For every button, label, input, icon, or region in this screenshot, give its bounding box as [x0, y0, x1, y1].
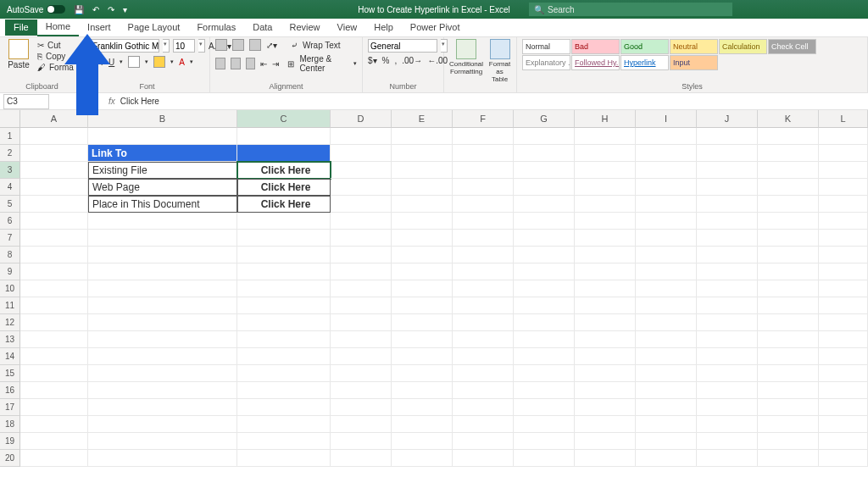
cell-B6[interactable]	[88, 213, 237, 230]
cell-J14[interactable]	[697, 348, 758, 365]
row-header-15[interactable]: 15	[0, 365, 20, 382]
cell-G5[interactable]	[514, 196, 575, 213]
cell-K10[interactable]	[758, 280, 819, 297]
cell-G17[interactable]	[514, 399, 575, 416]
cell-I16[interactable]	[636, 382, 697, 399]
cell-J12[interactable]	[697, 314, 758, 331]
row-header-14[interactable]: 14	[0, 348, 20, 365]
cell-F16[interactable]	[453, 382, 514, 399]
row-header-16[interactable]: 16	[0, 382, 20, 399]
cell-I15[interactable]	[636, 365, 697, 382]
cell-D12[interactable]	[331, 314, 392, 331]
orientation-icon[interactable]: ⤢▾	[266, 41, 277, 50]
cell-F18[interactable]	[453, 416, 514, 433]
cell-B15[interactable]	[88, 365, 237, 382]
cell-L6[interactable]	[819, 213, 868, 230]
cell-D15[interactable]	[331, 365, 392, 382]
col-header-C[interactable]: C	[237, 110, 331, 128]
cell-B2[interactable]: Link To	[88, 145, 237, 162]
cell-K3[interactable]	[758, 162, 819, 179]
cell-C16[interactable]	[237, 382, 331, 399]
style-followed-hy-[interactable]: Followed Hy...	[571, 55, 620, 70]
cell-D17[interactable]	[331, 399, 392, 416]
cell-L18[interactable]	[819, 416, 868, 433]
tab-view[interactable]: View	[329, 19, 366, 36]
row-header-6[interactable]: 6	[0, 213, 20, 230]
cell-H17[interactable]	[575, 399, 636, 416]
cell-I11[interactable]	[636, 297, 697, 314]
font-size-select[interactable]	[173, 39, 195, 53]
cell-A18[interactable]	[20, 416, 88, 433]
cell-G8[interactable]	[514, 247, 575, 263]
cell-A5[interactable]	[20, 196, 88, 213]
style-calculation[interactable]: Calculation	[719, 39, 767, 54]
cell-K5[interactable]	[758, 196, 819, 213]
cell-E20[interactable]	[392, 450, 453, 467]
cell-C4[interactable]: Click Here	[237, 179, 331, 196]
col-header-F[interactable]: F	[453, 110, 514, 128]
row-header-1[interactable]: 1	[0, 128, 20, 145]
cell-A1[interactable]	[20, 128, 88, 145]
wrap-text-button[interactable]: Wrap Text	[303, 41, 341, 50]
cell-C6[interactable]	[237, 213, 331, 230]
cell-C9[interactable]	[237, 263, 331, 280]
cell-F15[interactable]	[453, 365, 514, 382]
cell-L9[interactable]	[819, 263, 868, 280]
cell-C13[interactable]	[237, 331, 331, 348]
cell-I18[interactable]	[636, 416, 697, 433]
cell-D2[interactable]	[331, 145, 392, 162]
font-size-dropdown[interactable]	[198, 39, 205, 53]
cell-J20[interactable]	[697, 450, 758, 467]
cell-B8[interactable]	[88, 247, 237, 263]
cell-F7[interactable]	[453, 230, 514, 247]
tab-data[interactable]: Data	[244, 19, 281, 36]
cell-C2[interactable]	[237, 145, 331, 162]
cell-E9[interactable]	[392, 263, 453, 280]
cell-K2[interactable]	[758, 145, 819, 162]
col-header-I[interactable]: I	[636, 110, 697, 128]
number-format-select[interactable]	[368, 39, 437, 53]
cell-F4[interactable]	[453, 179, 514, 196]
row-header-3[interactable]: 3	[0, 162, 20, 179]
cell-J19[interactable]	[697, 433, 758, 450]
row-header-9[interactable]: 9	[0, 263, 20, 280]
paste-button[interactable]: Paste	[5, 39, 32, 69]
cell-E17[interactable]	[392, 399, 453, 416]
row-header-2[interactable]: 2	[0, 145, 20, 162]
cell-H1[interactable]	[575, 128, 636, 145]
cell-I8[interactable]	[636, 247, 697, 263]
cell-L20[interactable]	[819, 450, 868, 467]
increase-decimal-button[interactable]: .00→	[402, 56, 422, 65]
cell-I9[interactable]	[636, 263, 697, 280]
cell-F9[interactable]	[453, 263, 514, 280]
cell-G10[interactable]	[514, 280, 575, 297]
cell-D10[interactable]	[331, 280, 392, 297]
cell-B11[interactable]	[88, 297, 237, 314]
cell-E5[interactable]	[392, 196, 453, 213]
cell-C15[interactable]	[237, 365, 331, 382]
cell-I3[interactable]	[636, 162, 697, 179]
cell-J7[interactable]	[697, 230, 758, 247]
tab-help[interactable]: Help	[365, 19, 402, 36]
style-bad[interactable]: Bad	[571, 39, 620, 54]
cell-H20[interactable]	[575, 450, 636, 467]
cell-E11[interactable]	[392, 297, 453, 314]
row-header-10[interactable]: 10	[0, 280, 20, 297]
font-name-dropdown[interactable]	[163, 39, 170, 53]
cell-G9[interactable]	[514, 263, 575, 280]
merge-center-button[interactable]: Merge & Center	[299, 54, 348, 73]
cell-E7[interactable]	[392, 230, 453, 247]
row-header-4[interactable]: 4	[0, 179, 20, 196]
cell-L3[interactable]	[819, 162, 868, 179]
cell-I19[interactable]	[636, 433, 697, 450]
cell-B5[interactable]: Place in This Document	[88, 196, 237, 213]
style-input[interactable]: Input	[670, 55, 718, 70]
cell-L12[interactable]	[819, 314, 868, 331]
cell-K9[interactable]	[758, 263, 819, 280]
cell-C7[interactable]	[237, 230, 331, 247]
cell-J15[interactable]	[697, 365, 758, 382]
cell-D4[interactable]	[331, 179, 392, 196]
cell-I14[interactable]	[636, 348, 697, 365]
cell-F17[interactable]	[453, 399, 514, 416]
cell-I12[interactable]	[636, 314, 697, 331]
